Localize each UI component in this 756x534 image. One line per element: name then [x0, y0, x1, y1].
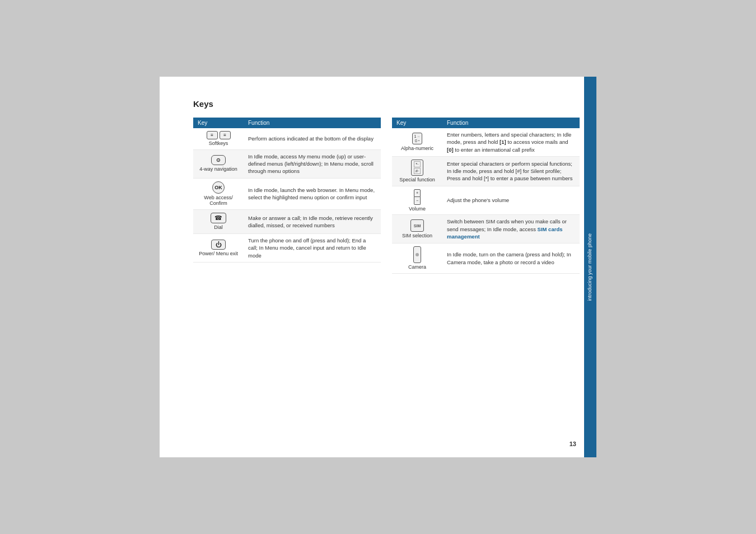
left-col-key: Key	[193, 118, 244, 128]
function-cell: Turn the phone on and off (press and hol…	[244, 234, 381, 263]
key-cell: 1∼ 0• Alpha-numeric	[392, 128, 442, 156]
right-table: Key Function 1∼ 0• Alpha-numeric Enter n…	[392, 118, 580, 274]
page-title: Keys	[193, 99, 580, 109]
page-number: 13	[570, 441, 576, 447]
table-row: ⊙ 4-way navigation In Idle mode, access …	[193, 149, 381, 178]
table-row: *· #· Special function Enter special cha…	[392, 156, 580, 186]
table-row: ⏻ Power/ Menu exit Turn the phone on and…	[193, 234, 381, 263]
table-row: 1∼ 0• Alpha-numeric Enter numbers, lette…	[392, 128, 580, 156]
tables-row: Key Function ≡ ≡ Softkeys Perform action…	[193, 118, 580, 274]
function-cell: Make or answer a call; In Idle mode, ret…	[244, 210, 381, 234]
right-table-container: Key Function 1∼ 0• Alpha-numeric Enter n…	[392, 118, 580, 274]
function-cell: Enter special characters or perform spec…	[442, 156, 580, 186]
content-area: Keys Key Function ≡ ≡	[160, 77, 596, 457]
right-col-function: Function	[442, 118, 580, 128]
key-cell: ☎ Dial	[193, 210, 244, 234]
function-cell: Perform actions indicated at the bottom …	[244, 128, 381, 149]
function-cell: In Idle mode, launch the web browser. In…	[244, 178, 381, 210]
table-row: SIM SIM selection Switch between SIM car…	[392, 215, 580, 243]
table-row: ≡ ≡ Softkeys Perform actions indicated a…	[193, 128, 381, 149]
table-row: Camera In Idle mode, turn on the camera …	[392, 243, 580, 274]
table-row: OK Web access/ Confirm In Idle mode, lau…	[193, 178, 381, 210]
function-cell: Switch between SIM cards when you make c…	[442, 215, 580, 243]
function-cell: In Idle mode, access My menu mode (up) o…	[244, 149, 381, 178]
page: Keys Key Function ≡ ≡	[160, 77, 596, 457]
side-tab: introducing your mobile phone	[584, 77, 596, 457]
key-cell: ⊙ 4-way navigation	[193, 149, 244, 178]
function-cell: In Idle mode, turn on the camera (press …	[442, 243, 580, 274]
table-row: ☎ Dial Make or answer a call; In Idle mo…	[193, 210, 381, 234]
key-cell: OK Web access/ Confirm	[193, 178, 244, 210]
left-col-function: Function	[244, 118, 381, 128]
left-table-container: Key Function ≡ ≡ Softkeys Perform action…	[193, 118, 381, 263]
right-col-key: Key	[392, 118, 442, 128]
function-cell: Adjust the phone's volume	[442, 186, 580, 215]
key-cell: Camera	[392, 243, 442, 274]
key-cell: + − Volume	[392, 186, 442, 215]
function-cell: Enter numbers, letters and special chara…	[442, 128, 580, 156]
table-row: + − Volume Adjust the phone's volume	[392, 186, 580, 215]
left-table: Key Function ≡ ≡ Softkeys Perform action…	[193, 118, 381, 263]
key-cell: *· #· Special function	[392, 156, 442, 186]
key-cell: ≡ ≡ Softkeys	[193, 128, 244, 149]
key-cell: ⏻ Power/ Menu exit	[193, 234, 244, 263]
key-cell: SIM SIM selection	[392, 215, 442, 243]
side-tab-text: introducing your mobile phone	[587, 233, 594, 301]
